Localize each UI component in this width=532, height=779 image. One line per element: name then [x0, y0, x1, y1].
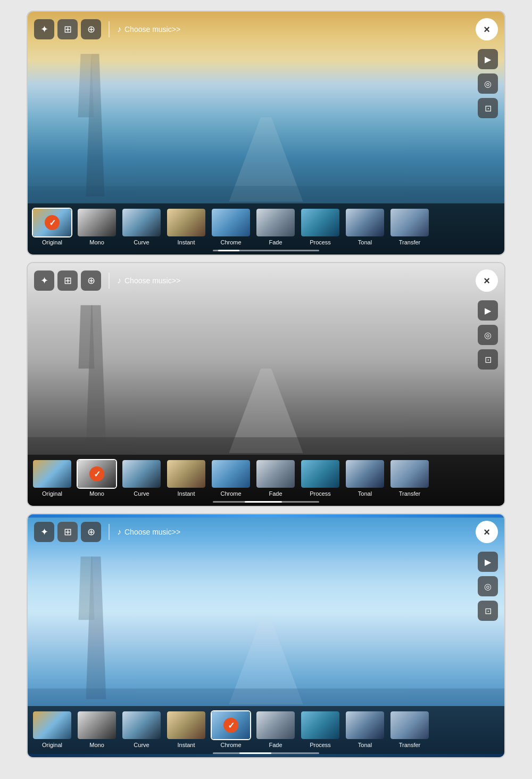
music-label-3: Choose music>> [124, 528, 180, 536]
filter-items-2: Original ✓ Mono Curve [31, 459, 501, 499]
filter-label-mono-2: Mono [89, 490, 104, 497]
wand-button[interactable]: ✦ [34, 19, 54, 39]
filter-label-fade-3: Fade [269, 742, 282, 748]
music-icon: ♪ [117, 24, 121, 34]
check-circle-chrome-3: ✓ [212, 711, 250, 739]
filter-chrome-3[interactable]: ✓ Chrome [210, 710, 252, 748]
gamepad-button[interactable]: ⊕ [81, 19, 101, 39]
toolbar-right-3: × [476, 521, 498, 543]
filter-label-mono-1: Mono [89, 239, 104, 245]
video-button-2[interactable]: ▶ [478, 300, 498, 321]
camera-button-3[interactable]: ◎ [478, 576, 498, 596]
filter-label-instant-2: Instant [177, 490, 195, 497]
video-button-1[interactable]: ▶ [478, 49, 498, 69]
check-circle-mono-2: ✓ [78, 460, 116, 488]
filter-label-chrome-1: Chrome [220, 239, 241, 245]
gallery-button[interactable]: ⊞ [57, 19, 78, 39]
filter-instant-2[interactable]: Instant [165, 459, 207, 497]
wand-button-3[interactable]: ✦ [34, 522, 54, 542]
toolbar-2: ✦ ⊞ ⊕ ♪ Choose music>> × [34, 269, 498, 292]
music-button-3[interactable]: ♪ Choose music>> [117, 527, 180, 537]
filter-instant-1[interactable]: Instant [165, 208, 207, 245]
filter-original-1[interactable]: ✓ Original [31, 208, 73, 245]
toolbar-divider-3 [109, 524, 110, 540]
close-button-3[interactable]: × [476, 521, 498, 543]
filter-label-process-1: Process [310, 239, 331, 245]
filter-instant-3[interactable]: Instant [165, 710, 207, 748]
toolbar-left-3: ✦ ⊞ ⊕ ♪ Choose music>> [34, 522, 180, 542]
music-button-2[interactable]: ♪ Choose music>> [117, 276, 180, 285]
filter-tonal-3[interactable]: Tonal [344, 710, 386, 748]
filter-transfer-3[interactable]: Transfer [388, 710, 431, 748]
camera-button-1[interactable]: ◎ [478, 73, 498, 94]
filter-fade-1[interactable]: Fade [254, 208, 297, 245]
filter-label-tonal-2: Tonal [358, 490, 372, 497]
scroll-indicator-1 [213, 250, 319, 251]
dual-button-3[interactable]: ⊡ [478, 601, 498, 621]
music-label: Choose music>> [124, 25, 180, 34]
filter-fade-3[interactable]: Fade [254, 710, 297, 748]
filter-label-curve-1: Curve [134, 239, 149, 245]
screen-3: ✦ ⊞ ⊕ ♪ Choose music>> × ▶ ◎ ⊡ [27, 513, 505, 758]
filter-label-fade-2: Fade [269, 490, 282, 497]
filter-tonal-1[interactable]: Tonal [344, 208, 386, 245]
filter-transfer-1[interactable]: Transfer [388, 208, 431, 245]
dual-button-1[interactable]: ⊡ [478, 98, 498, 118]
gamepad-button-3[interactable]: ⊕ [81, 522, 101, 542]
toolbar-1: ✦ ⊞ ⊕ ♪ Choose music>> × [34, 18, 498, 40]
filter-label-curve-2: Curve [134, 490, 149, 497]
video-button-3[interactable]: ▶ [478, 552, 498, 572]
toolbar-left-2: ✦ ⊞ ⊕ ♪ Choose music>> [34, 270, 180, 291]
close-button-2[interactable]: × [476, 269, 498, 292]
screen-2: ✦ ⊞ ⊕ ♪ Choose music>> × ▶ ◎ ⊡ [27, 262, 505, 507]
filter-strip-2: Original ✓ Mono Curve [28, 455, 504, 506]
music-icon-3: ♪ [117, 527, 121, 537]
filter-label-original-2: Original [42, 490, 62, 497]
filter-label-mono-3: Mono [89, 742, 104, 748]
filter-chrome-2[interactable]: Chrome [210, 459, 252, 497]
right-buttons-1: ▶ ◎ ⊡ [478, 49, 498, 118]
filter-curve-2[interactable]: Curve [120, 459, 163, 497]
app-container: ✦ ⊞ ⊕ ♪ Choose music>> × ▶ ◎ ⊡ [27, 0, 505, 769]
toolbar-divider-2 [109, 273, 110, 289]
filter-label-transfer-2: Transfer [399, 490, 421, 497]
music-button[interactable]: ♪ Choose music>> [117, 24, 180, 34]
filter-mono-2[interactable]: ✓ Mono [76, 459, 118, 497]
filter-label-transfer-3: Transfer [399, 742, 421, 748]
camera-button-2[interactable]: ◎ [478, 325, 498, 345]
filter-mono-1[interactable]: Mono [76, 208, 118, 245]
filter-label-curve-3: Curve [134, 742, 149, 748]
filter-label-fade-1: Fade [269, 239, 282, 245]
filter-tonal-2[interactable]: Tonal [344, 459, 386, 497]
filter-items-3: Original Mono Curve [31, 710, 501, 750]
wand-button-2[interactable]: ✦ [34, 270, 54, 291]
filter-label-instant-3: Instant [177, 742, 195, 748]
filter-chrome-1[interactable]: Chrome [210, 208, 252, 245]
filter-strip-1: ✓ Original Mono Curve [28, 203, 504, 255]
gamepad-button-2[interactable]: ⊕ [81, 270, 101, 291]
filter-process-1[interactable]: Process [299, 208, 342, 245]
filter-strip-3: Original Mono Curve [28, 706, 504, 757]
gallery-button-2[interactable]: ⊞ [57, 270, 78, 291]
toolbar-3: ✦ ⊞ ⊕ ♪ Choose music>> × [34, 521, 498, 543]
filter-transfer-2[interactable]: Transfer [388, 459, 431, 497]
check-circle-original: ✓ [33, 209, 71, 236]
right-buttons-3: ▶ ◎ ⊡ [478, 552, 498, 621]
filter-fade-2[interactable]: Fade [254, 459, 297, 497]
filter-original-3[interactable]: Original [31, 710, 73, 748]
toolbar-right-1: × [476, 18, 498, 40]
filter-process-2[interactable]: Process [299, 459, 342, 497]
filter-mono-3[interactable]: Mono [76, 710, 118, 748]
filter-thumb-original-1: ✓ [32, 208, 72, 237]
filter-label-chrome-3: Chrome [220, 742, 241, 748]
filter-curve-3[interactable]: Curve [120, 710, 163, 748]
filter-original-2[interactable]: Original [31, 459, 73, 497]
filter-curve-1[interactable]: Curve [120, 208, 163, 245]
close-button-1[interactable]: × [476, 18, 498, 40]
scroll-indicator-2 [213, 501, 319, 503]
filter-process-3[interactable]: Process [299, 710, 342, 748]
toolbar-left-1: ✦ ⊞ ⊕ ♪ Choose music>> [34, 19, 180, 39]
dual-button-2[interactable]: ⊡ [478, 349, 498, 370]
toolbar-right-2: × [476, 269, 498, 292]
gallery-button-3[interactable]: ⊞ [57, 522, 78, 542]
